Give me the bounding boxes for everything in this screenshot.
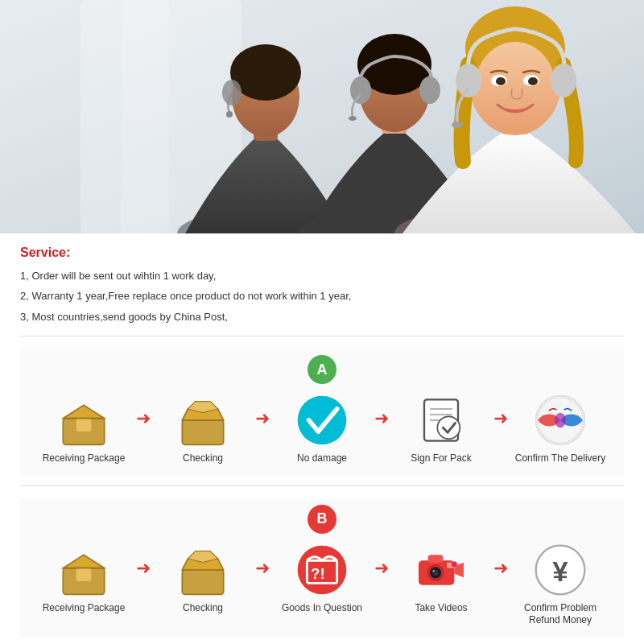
svg-point-26 <box>551 64 576 97</box>
service-item-3: 3, Most countries,send goods by China Po… <box>20 308 624 326</box>
package-open-icon <box>175 392 231 448</box>
flow-item-b-1: Receiving Package <box>31 542 136 615</box>
flow-row-a: Receiving Package ➜ Checking ➜ <box>20 392 624 465</box>
flow-label-b-5: Confirm ProblemRefund Money <box>524 602 597 627</box>
svg-rect-61 <box>428 555 444 562</box>
flow-item-a-2: Checking <box>151 392 255 465</box>
flow-label-b-2: Checking <box>183 602 223 615</box>
svg-point-27 <box>452 122 463 128</box>
divider-2 <box>20 485 624 486</box>
svg-point-20 <box>475 42 555 132</box>
service-item-1: 1, Order will be sent out wihtin 1 work … <box>20 266 624 285</box>
svg-point-36 <box>298 396 347 445</box>
flow-item-b-2: Checking <box>151 542 255 615</box>
flow-badge-b: B <box>308 505 336 534</box>
svg-point-60 <box>433 570 435 572</box>
arrow-a-2: ➜ <box>255 392 270 429</box>
service-item-2: 2, Warranty 1 year,Free replace once pro… <box>20 287 624 305</box>
flow-label-a-3: No damage <box>297 452 347 465</box>
handshake-icon <box>532 392 588 448</box>
svg-point-13 <box>350 76 371 104</box>
svg-point-8 <box>222 80 242 105</box>
flow-label-a-2: Checking <box>183 452 223 465</box>
flow-label-b-1: Receiving Package <box>43 602 126 615</box>
flow-badge-a: A <box>308 355 336 384</box>
service-title: Service: <box>20 246 624 260</box>
content-section: Service: 1, Order will be sent out wihti… <box>0 233 644 644</box>
yen-circle-icon: ¥ <box>532 542 588 598</box>
flow-label-a-1: Receiving Package <box>43 452 126 465</box>
flow-item-a-5: Confirm The Delivery <box>508 392 613 465</box>
flow-section-b: B Receiving Package ➜ <box>20 498 624 638</box>
arrow-b-2: ➜ <box>255 542 270 579</box>
checkmark-circle-icon <box>294 392 350 448</box>
flow-section-a: A Receiving Package ➜ <box>20 349 624 476</box>
svg-point-25 <box>456 64 481 97</box>
flow-label-a-4: Sign For Pack <box>411 452 471 465</box>
flow-item-b-5: ¥ Confirm ProblemRefund Money <box>508 542 613 627</box>
arrow-b-4: ➜ <box>493 542 508 579</box>
arrow-a-3: ➜ <box>374 392 389 429</box>
arrow-b-3: ➜ <box>374 542 389 579</box>
camera-icon <box>413 542 469 598</box>
flow-badge-b-container: B <box>20 505 624 534</box>
arrow-a-4: ➜ <box>493 392 508 429</box>
svg-text:¥: ¥ <box>552 555 568 587</box>
flow-label-b-3: Goods In Question <box>282 602 362 615</box>
package-closed-icon <box>56 392 112 448</box>
flow-label-b-4: Take Videos <box>415 602 467 615</box>
flow-badge-a-container: A <box>20 355 624 384</box>
service-list: 1, Order will be sent out wihtin 1 work … <box>20 266 624 326</box>
arrow-a-1: ➜ <box>136 392 151 429</box>
svg-point-14 <box>419 76 440 104</box>
hero-section <box>0 0 644 233</box>
arrow-b-1: ➜ <box>136 542 151 579</box>
divider-1 <box>20 336 624 336</box>
flow-item-a-3: No damage <box>270 392 374 465</box>
package-open-b-icon <box>175 542 231 598</box>
question-box-icon: ?! <box>294 542 350 598</box>
package-b-icon <box>56 542 112 598</box>
svg-rect-30 <box>76 419 92 431</box>
svg-point-44 <box>555 413 566 428</box>
svg-point-41 <box>437 417 460 440</box>
flow-label-a-5: Confirm The Delivery <box>515 452 605 465</box>
svg-point-23 <box>496 77 506 85</box>
service-section: Service: 1, Order will be sent out wihti… <box>20 246 624 326</box>
svg-rect-2 <box>121 0 169 233</box>
svg-text:?!: ?! <box>311 564 325 581</box>
flow-row-b: Receiving Package ➜ Checking ➜ <box>20 542 624 627</box>
sign-document-icon <box>413 392 469 448</box>
flow-item-a-4: Sign For Pack <box>389 392 493 465</box>
flow-item-a-1: Receiving Package <box>31 392 136 465</box>
svg-rect-49 <box>182 570 223 594</box>
svg-point-15 <box>349 116 357 121</box>
svg-point-24 <box>528 77 538 85</box>
svg-marker-46 <box>63 555 104 568</box>
flow-item-b-3: ?! Goods In Question <box>270 542 374 615</box>
svg-rect-32 <box>182 420 223 444</box>
svg-rect-47 <box>76 568 92 580</box>
svg-marker-29 <box>63 406 104 419</box>
svg-point-7 <box>226 111 233 118</box>
flow-item-b-4: Take Videos <box>389 542 493 615</box>
